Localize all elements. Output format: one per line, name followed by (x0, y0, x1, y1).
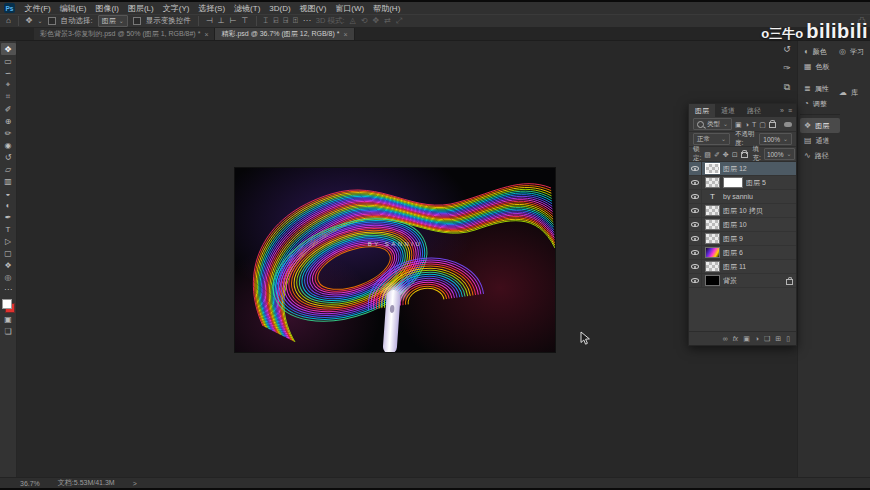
clone-stamp-tool[interactable]: ◉ (1, 139, 16, 151)
layer-row[interactable]: 图层 5 (689, 176, 796, 190)
panel-button-libraries[interactable]: ☁ 库 (839, 85, 867, 100)
distribute-icon-3[interactable]: ⍈ (283, 17, 288, 25)
object-selection-tool[interactable]: ⌖ (1, 79, 16, 91)
visibility-toggle[interactable] (689, 218, 702, 231)
zoom-tool[interactable]: ◎ (1, 271, 16, 283)
layer-name[interactable]: 背景 (723, 276, 737, 286)
menu-layer[interactable]: 图层(L) (123, 3, 158, 14)
panel-button-adjustments[interactable]: ◔ 调整 (800, 96, 840, 111)
layer-row[interactable]: 图层 6 (689, 246, 796, 260)
layer-row[interactable]: 图层 11 (689, 260, 796, 274)
distribute-icon-1[interactable]: ⌶ (264, 17, 269, 25)
filter-adjustment-icon[interactable]: ◑ (745, 121, 749, 128)
layer-thumbnail[interactable] (705, 219, 720, 230)
history-brush-tool[interactable]: ↺ (1, 151, 16, 163)
adjustment-layer-button[interactable]: ◑ (755, 335, 759, 342)
layer-row[interactable]: 图层 12 (689, 162, 796, 176)
panel-menu-icon[interactable]: ≡ (788, 107, 792, 114)
layer-row[interactable]: 图层 10 (689, 218, 796, 232)
pen-tool[interactable]: ✒ (1, 211, 16, 223)
new-layer-button[interactable]: ⊞ (775, 335, 781, 343)
align-top-icon[interactable]: ⊤ (242, 17, 249, 25)
visibility-toggle[interactable] (689, 260, 702, 273)
menu-3d[interactable]: 3D(D) (265, 4, 295, 13)
link-layers-button[interactable]: ∞ (723, 335, 728, 342)
layer-name[interactable]: 图层 10 (723, 220, 747, 230)
blur-tool[interactable]: ◒ (1, 187, 16, 199)
distribute-icon-2[interactable]: ⍇ (273, 17, 278, 25)
layer-thumbnail[interactable] (705, 261, 720, 272)
filter-pixel-icon[interactable]: ▣ (735, 121, 742, 128)
layer-name[interactable]: 图层 5 (746, 178, 766, 188)
close-icon[interactable]: × (204, 31, 208, 38)
layer-row[interactable]: T by sanniu (689, 190, 796, 204)
tab-channels[interactable]: 通道 (715, 104, 741, 117)
layer-name[interactable]: 图层 6 (723, 248, 743, 258)
align-right-icon[interactable]: ⊢ (230, 17, 237, 25)
add-mask-button[interactable]: ▣ (743, 335, 750, 343)
panel-button-properties[interactable]: ≣ 属性 (800, 81, 840, 96)
panel-button-learn[interactable]: ◎ 学习 (839, 44, 867, 59)
layer-thumbnail[interactable] (705, 163, 720, 174)
path-selection-tool[interactable]: ▷ (1, 235, 16, 247)
brush-settings-icon[interactable]: ✑ (783, 63, 791, 73)
panel-button-color[interactable]: ◐ 颜色 (800, 44, 840, 59)
gradient-tool[interactable]: ▥ (1, 175, 16, 187)
visibility-toggle[interactable] (689, 246, 702, 259)
filter-type-dropdown[interactable]: 类型 ⌄ (693, 118, 732, 130)
visibility-toggle[interactable] (689, 190, 702, 203)
layer-row[interactable]: 图层 10 拷贝 (689, 204, 796, 218)
layer-thumbnail[interactable] (705, 177, 720, 188)
menu-select[interactable]: 选择(S) (194, 3, 230, 14)
document-tab-inactive[interactable]: 彩色背景3-你复制的.psd @ 50% (图层 1, RGB/8#) * × (34, 28, 215, 40)
menu-edit[interactable]: 编辑(E) (55, 3, 91, 14)
brush-tool[interactable]: ✏ (1, 127, 16, 139)
blend-mode-dropdown[interactable]: 正常 ⌄ (693, 133, 730, 145)
menu-view[interactable]: 视图(V) (295, 3, 331, 14)
layer-mask-thumbnail[interactable] (723, 177, 743, 188)
move-tool[interactable]: ✥ (1, 43, 16, 55)
marquee-tool[interactable]: ▭ (1, 55, 16, 67)
menu-file[interactable]: 文件(F) (20, 3, 55, 14)
fill-dropdown[interactable]: 100% ⌄ (764, 148, 795, 160)
lock-artboard-icon[interactable]: ⊡ (732, 151, 738, 158)
lock-transparency-icon[interactable]: ▨ (704, 151, 711, 158)
layer-row[interactable]: 图层 9 (689, 232, 796, 246)
filter-smart-object-icon[interactable] (769, 122, 776, 128)
filter-shape-icon[interactable]: ▢ (759, 121, 766, 128)
visibility-toggle[interactable] (689, 176, 702, 189)
panel-button-channels[interactable]: ▤ 通道 (800, 133, 840, 148)
align-left-icon[interactable]: ⊣ (206, 17, 213, 25)
hand-tool[interactable]: ❖ (1, 259, 16, 271)
layer-name[interactable]: 图层 12 (723, 164, 747, 174)
home-icon[interactable]: ⌂ (6, 17, 11, 25)
tab-layers[interactable]: 图层 (689, 104, 715, 117)
visibility-toggle[interactable] (689, 232, 702, 245)
chevron-down-icon[interactable]: ⌄ (38, 18, 43, 24)
history-icon[interactable]: ↺ (783, 44, 791, 54)
eraser-tool[interactable]: ▱ (1, 163, 16, 175)
clone-source-icon[interactable]: ⧉ (784, 82, 790, 93)
close-icon[interactable]: × (343, 31, 347, 38)
tab-paths[interactable]: 路径 (741, 104, 767, 117)
layer-name[interactable]: 图层 11 (723, 262, 746, 272)
dodge-tool[interactable]: ◐ (1, 199, 16, 211)
lock-position-icon[interactable]: ✥ (723, 151, 729, 158)
menu-filter[interactable]: 滤镜(T) (230, 3, 265, 14)
shape-tool[interactable]: ▢ (1, 247, 16, 259)
layer-thumbnail[interactable] (705, 275, 720, 286)
menu-help[interactable]: 帮助(H) (369, 3, 405, 14)
menu-window[interactable]: 窗口(W) (331, 3, 369, 14)
auto-select-dropdown[interactable]: 图层 ⌄ (98, 15, 128, 27)
layer-name[interactable]: by sanniu (723, 193, 753, 200)
more-options-icon[interactable]: ⋯ (303, 17, 311, 25)
document-canvas[interactable]: BY SANNIU (235, 168, 555, 352)
filter-type-layer-icon[interactable]: T (752, 121, 756, 128)
menu-image[interactable]: 图像(I) (91, 3, 124, 14)
eyedropper-tool[interactable]: ✐ (1, 103, 16, 115)
status-chevron-icon[interactable]: > (133, 480, 137, 487)
opacity-dropdown[interactable]: 100% ⌄ (759, 133, 792, 145)
layer-thumbnail[interactable] (705, 233, 720, 244)
document-tab-active[interactable]: 精彩.psd @ 36.7% (图层 12, RGB/8) * × (215, 28, 354, 40)
zoom-level[interactable]: 36.7% (20, 480, 40, 487)
